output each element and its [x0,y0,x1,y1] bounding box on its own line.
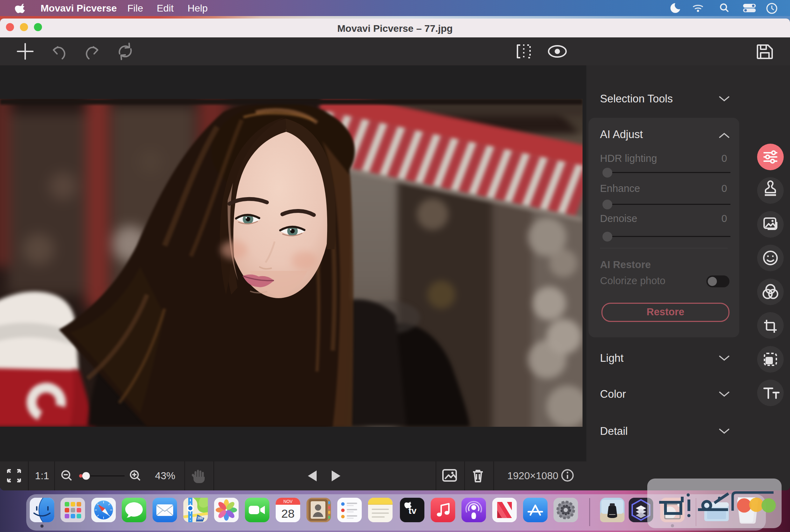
svg-text:43%: 43% [155,470,175,481]
svg-text:1:1: 1:1 [35,470,49,481]
svg-text:NOV: NOV [283,499,292,504]
svg-text:28: 28 [281,507,295,520]
svg-text:1920×1080: 1920×1080 [507,470,558,481]
svg-text:280: 280 [197,516,203,520]
